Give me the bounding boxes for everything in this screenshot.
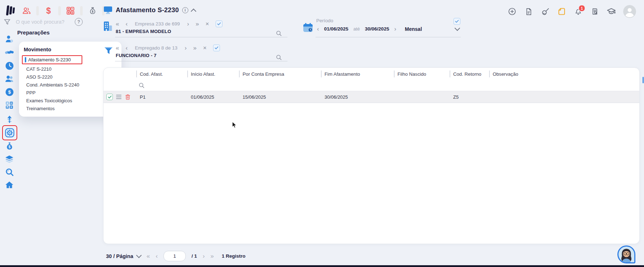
module-separator [36, 6, 39, 15]
period-checkbox[interactable] [454, 18, 460, 25]
period-navigator: ‹ 01/06/2025 até 30/06/2025 › Mensal [317, 26, 461, 32]
column-search-icon[interactable] [139, 83, 144, 88]
delete-row-icon[interactable] [125, 94, 131, 100]
search-input[interactable] [15, 19, 70, 25]
app-logo[interactable] [5, 4, 17, 17]
info-icon[interactable]: i [182, 7, 188, 13]
growth-icon[interactable] [5, 114, 14, 123]
period-label: Período [316, 18, 333, 23]
scrollbar-fragment[interactable] [643, 77, 644, 83]
employee-field-underline [115, 61, 288, 61]
company-value[interactable]: 81 - EMPRESA MODELO [116, 29, 171, 34]
column-header[interactable]: Fim Afastamento [321, 71, 394, 77]
module-switcher: $ [22, 5, 105, 17]
people-icon[interactable] [5, 74, 14, 84]
cell-cod-retorno: Z5 [450, 94, 489, 100]
filter-icon[interactable] [4, 18, 11, 25]
period-end-date[interactable]: 30/06/2025 [365, 26, 389, 32]
employee-first-button[interactable]: « [116, 45, 119, 51]
module-separator [58, 6, 61, 15]
calendar-icon [303, 22, 313, 33]
company-counter: Empresa 233 de 699 [135, 21, 180, 27]
period-next-button[interactable]: › [394, 26, 396, 32]
bell-icon[interactable]: 1 [574, 7, 583, 16]
page-total: / 1 [192, 253, 197, 259]
company-last-button[interactable]: » [196, 21, 199, 27]
notification-badge: 1 [578, 5, 585, 12]
money-bag-module-icon[interactable] [87, 6, 97, 16]
employee-counter: Empregado 8 de 13 [135, 45, 178, 51]
page-size-select[interactable]: 30 / Página [106, 253, 141, 259]
logo-mark [5, 4, 17, 17]
bottom-edge-bar [0, 265, 644, 267]
column-header[interactable]: Observação [489, 71, 639, 77]
chevron-down-icon[interactable] [455, 25, 460, 31]
employee-checkbox[interactable] [213, 44, 220, 51]
pagination-first-button[interactable]: « [147, 253, 150, 260]
column-header[interactable]: Filho Nascido [394, 71, 450, 77]
search-rail-icon[interactable] [5, 167, 14, 177]
pagination-next-button[interactable]: › [203, 253, 205, 260]
company-clear-button[interactable]: × [206, 21, 209, 27]
company-icon [103, 21, 113, 33]
help-icon[interactable]: ? [75, 18, 83, 26]
chat-assistant-avatar[interactable] [617, 245, 635, 263]
period-prev-button[interactable]: ‹ [317, 26, 319, 32]
company-search-icon[interactable] [276, 31, 282, 36]
table-row[interactable]: P1 01/06/2025 15/06/2025 30/06/2025 Z5 [104, 91, 639, 103]
handshake-icon[interactable] [5, 48, 14, 57]
collapse-icon[interactable] [190, 9, 196, 14]
row-actions [104, 94, 136, 100]
broom-icon[interactable] [540, 7, 550, 16]
global-search: ? [4, 18, 83, 26]
table-header-row: Cod. Afast. Início Afast. Por Conta Empr… [104, 68, 639, 80]
rail-item-esocial-selected[interactable] [2, 125, 17, 140]
cell-cod-afast: P1 [136, 94, 187, 100]
row-menu-icon[interactable] [116, 95, 121, 99]
clock-icon[interactable] [5, 61, 14, 70]
add-record-icon[interactable] [507, 7, 517, 16]
column-header[interactable]: Início Afast. [187, 71, 239, 77]
employee-filter-icon [104, 46, 113, 56]
calculator-module-icon[interactable] [65, 6, 75, 16]
pagination-prev-button[interactable]: ‹ [156, 253, 158, 260]
note-icon[interactable] [557, 7, 566, 16]
sidebar-item-afastamento-s2230[interactable]: Afastamento S-2230 [22, 55, 82, 64]
people-module-icon[interactable] [22, 6, 32, 16]
period-start-date[interactable]: 01/06/2025 [324, 26, 349, 32]
company-prev-button[interactable]: ‹ [125, 21, 128, 27]
person-config-icon[interactable] [5, 34, 14, 44]
company-checkbox[interactable] [216, 20, 222, 27]
finance-module-icon[interactable]: $ [43, 6, 54, 16]
calculator-icon[interactable] [5, 100, 14, 110]
graduation-cap-icon[interactable] [607, 7, 616, 16]
period-field-underline [316, 37, 461, 37]
pagination-last-button[interactable]: » [211, 253, 214, 260]
page-number-input[interactable] [164, 251, 186, 261]
money-bag-icon[interactable]: $ [5, 141, 14, 151]
row-checkbox[interactable] [106, 94, 113, 100]
company-next-button[interactable]: › [187, 21, 189, 27]
pagination-bar: 30 / Página « ‹ / 1 › » 1 Registro [106, 251, 245, 261]
employee-search-icon[interactable] [276, 55, 282, 60]
document-icon[interactable] [524, 7, 533, 16]
menu-item-label: Afastamento S-2230 [28, 57, 71, 62]
document-search-icon[interactable] [590, 7, 599, 16]
column-header[interactable]: Cod. Afast. [136, 71, 187, 77]
record-count: 1 Registro [222, 253, 245, 259]
column-header[interactable]: Por Conta Empresa [239, 71, 321, 77]
period-until-label: até [353, 26, 360, 32]
table-filter-row [104, 80, 639, 91]
period-mode-select[interactable]: Mensal [405, 26, 422, 32]
employee-next-button[interactable]: › [185, 45, 187, 51]
employee-value[interactable]: FUNCIONARIO - 7 [116, 53, 157, 58]
company-first-button[interactable]: « [116, 21, 119, 27]
employee-clear-button[interactable]: × [203, 45, 207, 51]
layers-icon[interactable] [5, 154, 14, 164]
avatar[interactable] [623, 5, 636, 18]
column-header[interactable]: Cod. Retorno [450, 71, 489, 77]
employee-prev-button[interactable]: ‹ [125, 45, 128, 51]
dollar-circle-icon[interactable]: $ [5, 87, 14, 97]
employee-last-button[interactable]: » [193, 45, 196, 51]
home-icon[interactable] [5, 180, 14, 189]
